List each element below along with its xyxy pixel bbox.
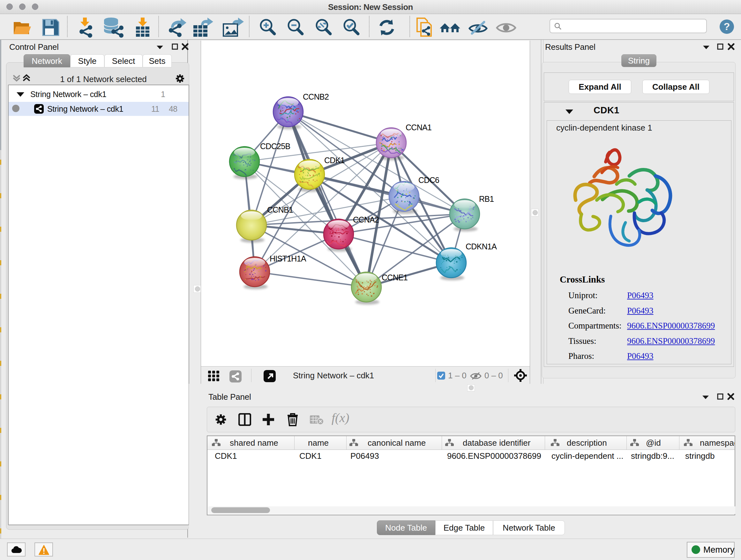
- svg-text:CDKN1A: CDKN1A: [466, 242, 497, 251]
- svg-text:CCNE1: CCNE1: [382, 273, 408, 282]
- svg-text:CCNB2: CCNB2: [303, 92, 329, 101]
- svg-text:CCNB1: CCNB1: [267, 205, 293, 214]
- svg-text:CDC25B: CDC25B: [260, 142, 290, 151]
- svg-text:HIST1H1A: HIST1H1A: [270, 254, 307, 263]
- svg-text:CDC6: CDC6: [418, 176, 439, 185]
- svg-text:CDK1: CDK1: [324, 156, 345, 165]
- svg-text:CCNA1: CCNA1: [406, 123, 431, 132]
- svg-text:RB1: RB1: [479, 194, 494, 203]
- svg-text:CCNA2: CCNA2: [353, 215, 379, 224]
